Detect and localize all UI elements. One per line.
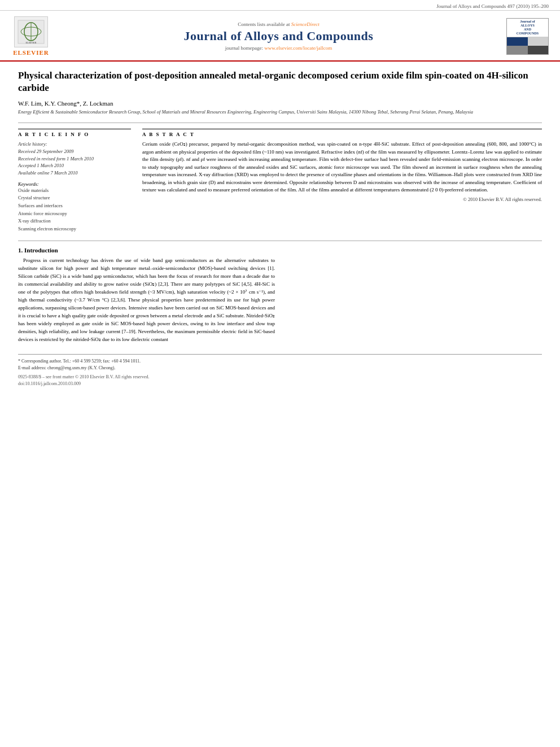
svg-text:ELSEVIER: ELSEVIER bbox=[26, 41, 37, 44]
elsevier-logo-image: ELSEVIER bbox=[14, 16, 48, 47]
article-history: Article history: Received 29 September 2… bbox=[18, 141, 131, 177]
info-abstract-cols: A R T I C L E I N F O Article history: R… bbox=[18, 129, 542, 233]
intro-right-col bbox=[285, 257, 542, 346]
abstract-title: A B S T R A C T bbox=[142, 129, 542, 137]
keywords-list: Oxide materialsCrystal structureSurfaces… bbox=[18, 187, 131, 233]
keyword-item: Surfaces and interfaces bbox=[18, 202, 131, 210]
article-info: A R T I C L E I N F O Article history: R… bbox=[18, 129, 131, 233]
divider-2 bbox=[18, 241, 542, 241]
keyword-item: Atomic force microscopy bbox=[18, 210, 131, 218]
keyword-item: X-ray diffraction bbox=[18, 217, 131, 225]
divider-1 bbox=[18, 123, 542, 123]
elsevier-logo: ELSEVIER ELSEVIER bbox=[11, 16, 51, 56]
journal-reference: Journal of Alloys and Compounds 497 (201… bbox=[0, 0, 560, 11]
keyword-item: Oxide materials bbox=[18, 187, 131, 195]
journal-title: Journal of Alloys and Compounds bbox=[59, 29, 498, 43]
article-info-title: A R T I C L E I N F O bbox=[18, 129, 131, 137]
journal-header: ELSEVIER ELSEVIER Contents lists availab… bbox=[0, 11, 560, 62]
authors: W.F. Lim, K.Y. Cheong*, Z. Lockman bbox=[18, 100, 542, 107]
logo-title-text: Journal ofALLOYSANDCOMPOUNDS bbox=[507, 19, 548, 38]
article-body: Physical characterization of post-deposi… bbox=[0, 62, 560, 395]
intro-left-col: Progress in current technology has drive… bbox=[18, 257, 275, 346]
journal-title-block: Contents lists available at ScienceDirec… bbox=[51, 21, 506, 51]
article-title: Physical characterization of post-deposi… bbox=[18, 69, 542, 94]
logo-color-grid bbox=[507, 37, 548, 54]
keyword-item: Crystal structure bbox=[18, 194, 131, 202]
intro-heading: 1. Introduction bbox=[18, 247, 542, 254]
keyword-item: Scanning electron microscopy bbox=[18, 225, 131, 233]
journal-homepage: journal homepage: www.elsevier.com/locat… bbox=[59, 45, 498, 51]
copyright-line: © 2010 Elsevier B.V. All rights reserved… bbox=[142, 196, 542, 202]
abstract-text: Cerium oxide (CeO₂) precursor, prepared … bbox=[142, 141, 542, 194]
footnote-area: * Corresponding author. Tel.: +60 4 599 … bbox=[18, 354, 542, 387]
intro-columns: Progress in current technology has drive… bbox=[18, 257, 542, 346]
journal-logo: Journal ofALLOYSANDCOMPOUNDS bbox=[506, 18, 549, 55]
affiliation: Energy Efficient & Sustainable Semicondu… bbox=[18, 109, 542, 116]
sciencedirect-line: Contents lists available at ScienceDirec… bbox=[59, 21, 498, 27]
keywords-section: Keywords: Oxide materialsCrystal structu… bbox=[18, 181, 131, 233]
abstract-section: A B S T R A C T Cerium oxide (CeO₂) prec… bbox=[142, 129, 542, 233]
